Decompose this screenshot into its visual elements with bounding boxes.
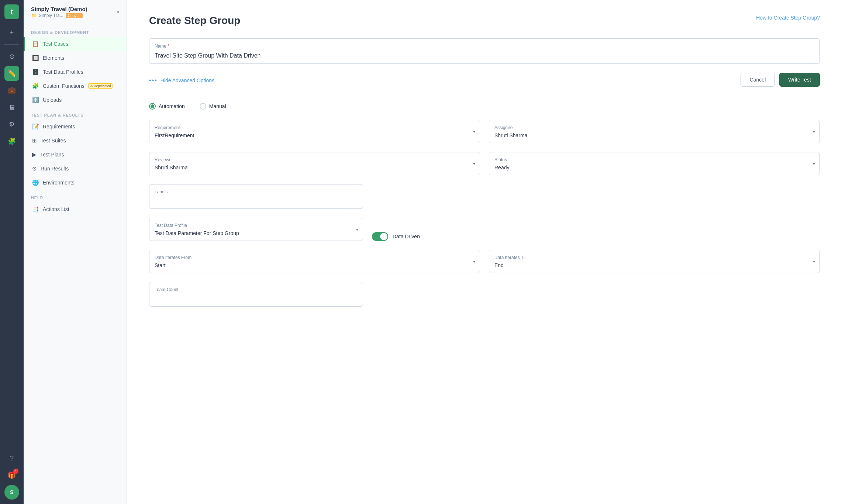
test-cases-label: Test Cases [43,41,68,47]
sidebar-item-elements[interactable]: 🔲 Elements [24,51,127,65]
toggle-knob [380,233,387,240]
labels-label: Labels [153,189,169,194]
data-iterates-till-wrapper: Data Iterates Till End ▾ [489,250,820,273]
status-label: Status [493,157,508,162]
sidebar-item-uploads[interactable]: ⬆️ Uploads [24,93,127,107]
dashboard-icon-btn[interactable]: ⊙ [4,49,19,64]
monitor-icon-btn[interactable]: 🖥 [4,100,19,115]
data-iterates-row: Data Iterates From Start ▾ Data Iterates… [149,250,820,273]
test-data-profile-wrapper: Test Data Profile Test Data Parameter Fo… [149,218,363,241]
test-data-profile-label: Test Data Profile [153,223,189,228]
custom-functions-label: Custom Functions [43,83,84,89]
uploads-label: Uploads [43,97,62,103]
automation-radio-circle [149,103,156,110]
copy-badge[interactable]: Copy ... [66,13,83,18]
data-iterates-from-label: Data Iterates From [153,255,193,260]
data-driven-toggle-row: Data Driven [372,232,420,241]
write-test-button[interactable]: Write Test [779,73,820,87]
advanced-toggle[interactable]: ••• Hide Advanced Options [149,77,214,84]
name-input[interactable] [149,46,819,63]
reviewer-select[interactable]: Shruti Sharma [149,160,480,175]
gift-icon-btn[interactable]: 🎁 1 [4,468,19,483]
manual-radio[interactable]: Manual [200,103,226,110]
data-iterates-till-select[interactable]: End [489,258,819,273]
automation-radio[interactable]: Automation [149,103,185,110]
sidebar-item-test-plans[interactable]: ▶ Test Plans [24,148,127,162]
workspace-icon: 📁 [31,13,37,18]
custom-functions-icon: 🧩 [32,83,39,89]
briefcase-icon-btn[interactable]: 💼 [4,83,19,98]
test-plans-label: Test Plans [40,152,64,158]
sidebar-item-custom-functions[interactable]: 🧩 Custom Functions ⚠ Deprecated [24,79,127,93]
reviewer-label: Reviewer [153,157,175,162]
data-iterates-till-label: Data Iterates Till [493,255,528,260]
divider1 [4,44,19,45]
sidebar-item-test-suites[interactable]: ⊞ Test Suites [24,134,127,148]
sidebar-header[interactable]: Simply Travel (Demo) 📁 Simply Tra... Cop… [24,0,127,24]
main-content: Create Step Group How to Create Step Gro… [127,0,842,504]
app-logo[interactable]: t [4,4,19,19]
data-iterates-till-group: Data Iterates Till End ▾ [489,250,820,273]
name-field-group: Name [149,38,820,64]
data-iterates-from-select[interactable]: Start [149,258,480,273]
section-plan-label: Test Plan & Results [24,107,127,120]
status-field-group: Status Ready ▾ [489,152,820,175]
elements-icon: 🔲 [32,55,39,61]
sidebar-item-actions-list[interactable]: 📑 Actions List [24,202,127,216]
status-field-wrapper: Status Ready ▾ [489,152,820,175]
status-select[interactable]: Ready [489,160,819,175]
reviewer-status-row: Reviewer Shruti Sharma ▾ Status Ready ▾ [149,152,820,175]
reviewer-field-group: Reviewer Shruti Sharma ▾ [149,152,480,175]
advanced-toggle-label: Hide Advanced Options [161,77,214,83]
gift-badge: 1 [13,469,18,474]
reviewer-field-wrapper: Reviewer Shruti Sharma ▾ [149,152,480,175]
user-avatar[interactable]: S [4,485,19,500]
question-icon-btn[interactable]: ? [4,451,19,466]
team-count-input[interactable] [149,290,363,306]
sidebar-item-environments[interactable]: 🌐 Environments [24,176,127,190]
test-type-radio-group: Automation Manual [149,103,820,110]
test-data-profile-field-group: Test Data Profile Test Data Parameter Fo… [149,218,363,241]
sidebar-item-test-cases[interactable]: 📋 Test Cases [24,37,127,51]
section-design-label: Design & Development [24,24,127,37]
workspace-subtitle: 📁 Simply Tra... Copy ... [31,13,87,18]
requirement-field-wrapper: Requirement FirstRequirement ▾ [149,120,480,143]
assignee-field-group: Assignee Shruti Sharma ▾ [489,120,820,143]
section-help-label: Help [24,190,127,202]
test-data-profile-select[interactable]: Test Data Parameter For Step Group [149,226,363,241]
requirement-select[interactable]: FirstRequirement [149,128,480,143]
edit-icon-btn[interactable]: ✏️ [4,66,19,81]
name-field-label: Name [153,44,171,49]
name-field-wrapper: Name [149,38,820,64]
team-count-label: Team Count [153,287,180,292]
icon-bar: t + ⊙ ✏️ 💼 🖥 ⚙ 🧩 ? 🎁 1 S [0,0,24,504]
assignee-select[interactable]: Shruti Sharma [489,128,819,143]
requirements-label: Requirements [43,124,75,130]
assignee-label: Assignee [493,125,514,130]
form-actions: Cancel Write Test [741,73,820,87]
test-data-profiles-icon: 🗄️ [32,69,39,75]
workspace-title: Simply Travel (Demo) [31,6,87,12]
settings-icon-btn[interactable]: ⚙ [4,117,19,132]
run-results-label: Run Results [41,166,69,172]
sidebar-item-test-data-profiles[interactable]: 🗄️ Test Data Profiles [24,65,127,79]
uploads-icon: ⬆️ [32,97,39,103]
cancel-button[interactable]: Cancel [741,73,775,87]
test-suites-icon: ⊞ [32,137,37,144]
sidebar-item-run-results[interactable]: ⊙ Run Results [24,162,127,176]
chevron-down-icon: ▾ [117,10,119,15]
data-driven-toggle[interactable] [372,232,388,241]
requirement-assignee-row: Requirement FirstRequirement ▾ Assignee … [149,120,820,143]
labels-field-group: Labels [149,184,820,209]
actions-list-label: Actions List [43,206,69,212]
environments-icon: 🌐 [32,179,39,186]
requirement-label: Requirement [153,125,182,130]
data-driven-label: Data Driven [393,234,420,239]
add-button[interactable]: + [4,25,19,40]
requirement-field-group: Requirement FirstRequirement ▾ [149,120,480,143]
puzzle-icon-btn[interactable]: 🧩 [4,134,19,149]
help-link[interactable]: How to Create Step Group? [756,15,820,21]
labels-field-wrapper: Labels [149,184,363,209]
labels-input[interactable] [149,192,363,208]
sidebar-item-requirements[interactable]: 📝 Requirements [24,120,127,134]
